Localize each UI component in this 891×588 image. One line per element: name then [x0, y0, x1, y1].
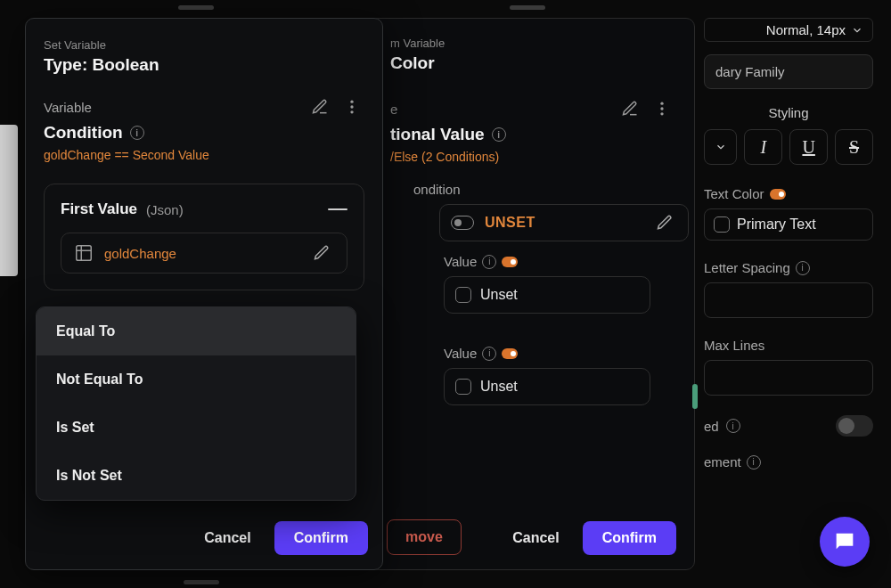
variable-header: Variable: [44, 94, 364, 119]
more-icon[interactable]: [650, 96, 674, 121]
checkbox-icon[interactable]: [455, 379, 471, 395]
text-color-label: Text Color: [704, 186, 873, 201]
condition-label: ondition: [413, 182, 674, 197]
dropdown-item-equal-to[interactable]: Equal To: [37, 307, 356, 355]
toggle-icon: [451, 216, 474, 230]
italic-button[interactable]: I: [744, 129, 782, 165]
modal-kicker: m Variable: [390, 37, 674, 50]
dropdown-item-is-not-set[interactable]: Is Not Set: [37, 452, 356, 500]
scroll-indicator[interactable]: [692, 384, 698, 409]
chat-icon: [832, 529, 857, 554]
variable-selector[interactable]: goldChange: [61, 233, 347, 274]
dropdown-item-not-equal-to[interactable]: Not Equal To: [37, 355, 356, 404]
info-icon: i: [747, 455, 761, 470]
styling-section-title: Styling: [704, 105, 873, 120]
modal-variable-color: m Variable Color e tional Value i /Else …: [370, 18, 695, 570]
text-color-toggle-icon[interactable]: [770, 189, 786, 200]
pencil-icon[interactable]: [309, 241, 334, 265]
svg-point-3: [350, 101, 353, 103]
pencil-icon[interactable]: [307, 94, 332, 119]
remove-button[interactable]: move: [387, 519, 462, 555]
dropdown-item-is-set[interactable]: Is Set: [37, 404, 356, 452]
checkbox-icon[interactable]: [455, 287, 471, 303]
condition-pill[interactable]: UNSET: [439, 204, 689, 241]
value-field-2[interactable]: Unset: [444, 368, 650, 405]
text-color-value-label: Primary Text: [737, 216, 816, 233]
value-label-2: Value i: [444, 346, 674, 361]
letter-spacing-field[interactable]: [704, 282, 873, 318]
collapse-icon[interactable]: [328, 208, 347, 211]
conditions-summary: /Else (2 Conditions): [390, 150, 674, 164]
value-text: Unset: [480, 379, 518, 395]
value-label-1: Value i: [444, 254, 674, 269]
value-field-1[interactable]: Unset: [444, 276, 650, 314]
first-value-card: First Value (Json) goldChange: [44, 184, 364, 290]
max-lines-label: Max Lines: [704, 338, 873, 353]
condition-expression: goldChange == Second Value: [44, 148, 364, 162]
confirm-button[interactable]: Confirm: [274, 521, 368, 555]
svg-point-4: [350, 105, 353, 108]
modal-title: Type: Boolean: [44, 55, 364, 75]
operator-dropdown: Equal To Not Equal To Is Set Is Not Set: [36, 306, 356, 501]
option-d-label: ed: [704, 419, 719, 434]
strikethrough-button[interactable]: S: [835, 129, 873, 165]
svg-point-5: [350, 110, 353, 113]
resize-handle[interactable]: [184, 580, 219, 584]
info-icon: i: [796, 261, 810, 275]
checkbox-icon[interactable]: [714, 216, 730, 233]
svg-point-0: [660, 102, 663, 105]
first-value-title: First Value: [61, 200, 137, 218]
style-dropdown[interactable]: [704, 129, 737, 165]
letter-spacing-label: Letter Spacing i: [704, 260, 873, 275]
canvas-node-edge: [0, 125, 18, 276]
text-color-value[interactable]: Primary Text: [704, 208, 873, 241]
element-label: ement i: [704, 454, 873, 470]
info-icon: i: [482, 255, 496, 269]
modal-kicker: Set Variable: [44, 38, 364, 52]
pencil-icon[interactable]: [652, 210, 677, 235]
max-lines-field[interactable]: [704, 360, 873, 396]
info-icon: i: [482, 347, 496, 361]
font-summary-select[interactable]: Normal, 14px: [704, 18, 873, 42]
info-icon: i: [492, 127, 506, 142]
variable-name: goldChange: [104, 246, 176, 261]
cancel-button[interactable]: Cancel: [500, 521, 571, 555]
option-toggle[interactable]: [836, 415, 873, 437]
json-icon: [74, 243, 94, 263]
svg-point-1: [660, 107, 663, 110]
secondary-family-field[interactable]: dary Family: [704, 54, 873, 89]
first-value-type: (Json): [146, 202, 184, 217]
value-text: Unset: [480, 287, 518, 303]
info-icon: i: [130, 126, 144, 140]
modal-variable-header: e: [390, 96, 674, 121]
more-icon[interactable]: [339, 94, 364, 119]
svg-rect-6: [77, 246, 92, 261]
condition-title: Condition i: [44, 123, 364, 143]
condition-value: UNSET: [485, 215, 535, 231]
font-summary-text: Normal, 14px: [766, 22, 846, 37]
first-value-header[interactable]: First Value (Json): [61, 200, 347, 218]
modal-title: Color: [390, 53, 674, 73]
resize-handle[interactable]: [178, 5, 214, 10]
resize-handle[interactable]: [510, 5, 545, 10]
styling-panel: Normal, 14px dary Family Styling I U S T…: [695, 0, 882, 588]
value-toggle-icon[interactable]: [502, 348, 518, 359]
style-button-row: I U S: [704, 129, 873, 165]
value-toggle-icon[interactable]: [502, 257, 518, 267]
conditional-value-title: tional Value i: [390, 125, 674, 144]
cancel-button[interactable]: Cancel: [192, 521, 263, 555]
svg-point-2: [660, 112, 663, 115]
underline-button[interactable]: U: [789, 129, 828, 165]
chevron-down-icon: [851, 24, 863, 37]
pencil-icon[interactable]: [617, 96, 642, 121]
chat-fab[interactable]: [820, 517, 870, 567]
info-icon: i: [726, 419, 740, 433]
confirm-button[interactable]: Confirm: [583, 521, 676, 555]
